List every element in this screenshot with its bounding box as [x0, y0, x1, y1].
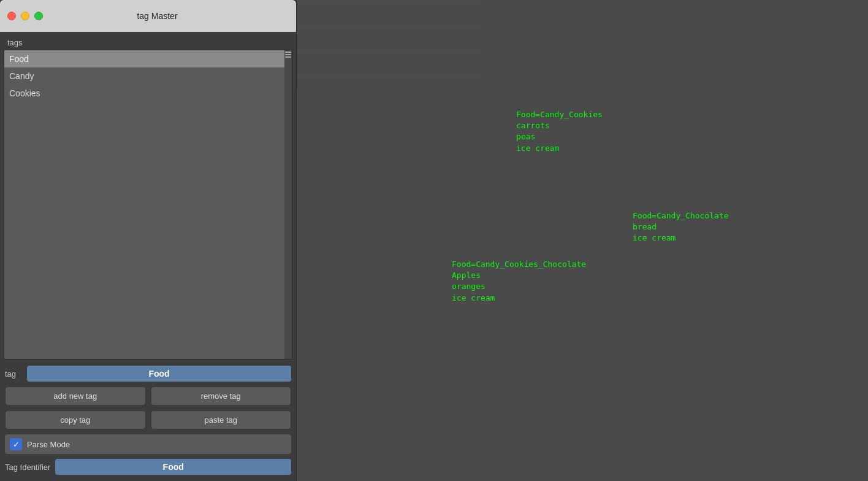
parse-mode-row[interactable]: ✓ Parse Mode — [5, 434, 291, 454]
title-bar: tag Master — [0, 0, 296, 32]
tag-value-box[interactable]: Food — [27, 366, 291, 382]
obj3-item-1: Apples — [452, 270, 586, 281]
obj2-item-1: bread — [633, 221, 729, 233]
obj2-item-2: ice cream — [633, 233, 729, 244]
tag-identifier-row: Tag Identifier Food — [5, 459, 291, 475]
viewport[interactable]: Food=Candy_Cookies carrots peas ice crea… — [297, 0, 868, 481]
tags-list-container[interactable]: FoodCandyCookies — [4, 50, 292, 360]
add-remove-row: add new tag remove tag — [5, 387, 291, 406]
obj1-tag: Food=Candy_Cookies — [516, 109, 603, 120]
scrollbar-line-1 — [285, 52, 291, 53]
zoom-button[interactable] — [34, 12, 43, 20]
window-title: tag Master — [48, 11, 267, 21]
obj1-item-3: ice cream — [516, 143, 603, 154]
tag-label: tag — [5, 369, 22, 379]
tag-master-window: tag Master tags FoodCandyCookies tag Foo… — [0, 0, 297, 481]
obj1-label: Food=Candy_Cookies carrots peas ice crea… — [516, 109, 603, 154]
obj3-label: Food=Candy_Cookies_Chocolate Apples oran… — [452, 259, 586, 304]
remove-tag-button[interactable]: remove tag — [151, 387, 292, 406]
parse-mode-checkbox[interactable]: ✓ — [10, 438, 22, 450]
copy-paste-row: copy tag paste tag — [5, 410, 291, 429]
tag-row: tag Food — [5, 366, 291, 382]
obj2-tag: Food=Candy_Chocolate — [633, 210, 729, 221]
controls-section: tag Food add new tag remove tag copy tag… — [0, 362, 296, 481]
tag-list-item[interactable]: Food — [4, 50, 284, 67]
obj1-item-2: peas — [516, 131, 603, 142]
tags-header: tags — [4, 36, 292, 50]
obj3-tag: Food=Candy_Cookies_Chocolate — [452, 259, 586, 270]
obj1-item-1: carrots — [516, 120, 603, 131]
parse-mode-label: Parse Mode — [27, 440, 70, 449]
scrollbar-line-3 — [285, 56, 291, 58]
tag-identifier-label: Tag Identifier — [5, 463, 50, 472]
scrollbar-track[interactable] — [284, 50, 292, 359]
panel-body: tags FoodCandyCookies tag Food add new t… — [0, 32, 296, 481]
obj3-item-3: ice cream — [452, 293, 586, 304]
scrollbar-line-2 — [285, 54, 291, 55]
add-new-tag-button[interactable]: add new tag — [5, 387, 146, 406]
tag-identifier-value[interactable]: Food — [55, 459, 291, 475]
tag-list-item[interactable]: Candy — [4, 67, 284, 85]
minimize-button[interactable] — [21, 12, 29, 20]
obj3-item-2: oranges — [452, 281, 586, 292]
close-button[interactable] — [7, 12, 16, 20]
paste-tag-button[interactable]: paste tag — [151, 410, 292, 429]
obj2-label: Food=Candy_Chocolate bread ice cream — [633, 210, 729, 244]
grid-canvas — [297, 0, 481, 92]
copy-tag-button[interactable]: copy tag — [5, 410, 146, 429]
svg-rect-0 — [297, 0, 481, 92]
tag-list-item[interactable]: Cookies — [4, 85, 284, 102]
tags-list: FoodCandyCookies — [4, 50, 284, 102]
tags-section: tags FoodCandyCookies — [4, 36, 292, 360]
